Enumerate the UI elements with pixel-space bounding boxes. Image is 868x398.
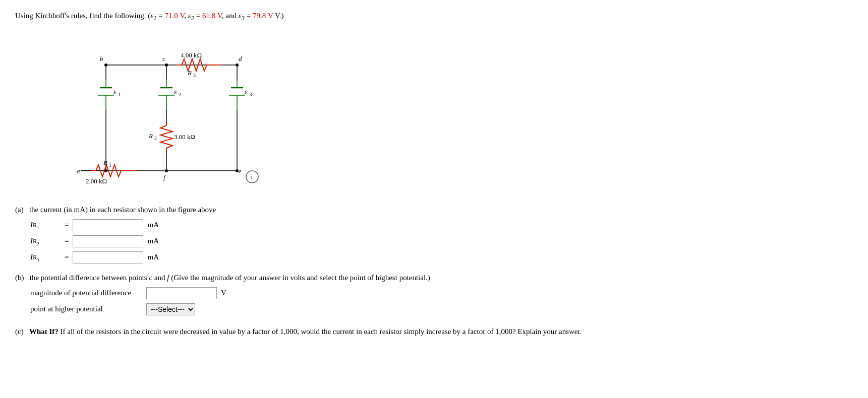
circuit-diagram: ε 1 ε 2 ε 3 R 1 2.00 kΩ R 2 3.00 kΩ	[55, 32, 267, 193]
r3-label: R	[187, 69, 192, 77]
node-f-dot	[165, 169, 168, 172]
info-icon-text: i	[250, 173, 252, 181]
ir1-sub: R1	[33, 222, 39, 230]
r3-val-label: 4.00 kΩ	[181, 51, 202, 59]
ir3-row: IR3 = mA	[30, 251, 853, 263]
r2-label: R	[148, 132, 153, 140]
node-b-dot	[104, 63, 107, 67]
header-e3-val: 79.8 V	[253, 12, 273, 20]
higher-potential-row: point at higher potential ---Select--- c…	[30, 303, 853, 315]
higher-potential-select[interactable]: ---Select--- c f	[146, 303, 195, 315]
ir3-sub: R3	[33, 254, 39, 262]
ir2-input[interactable]	[73, 235, 143, 247]
ir3-unit: mA	[147, 253, 159, 261]
magnitude-row: magnitude of potential difference V	[30, 287, 853, 299]
magnitude-input[interactable]	[146, 287, 217, 299]
label-c: c	[162, 55, 165, 62]
ir3-label: IR3	[30, 253, 61, 262]
header-e1-eq: =	[156, 12, 164, 20]
ir2-row: IR2 = mA	[30, 235, 853, 247]
ir1-row: IR1 = mA	[30, 219, 853, 231]
e1-label-sub: 1	[118, 91, 121, 97]
e3-label-sub: 3	[249, 91, 252, 97]
ir1-label: IR1	[30, 221, 61, 230]
header-e2-val: 61.8 V	[202, 12, 222, 20]
r1-sub: 1	[109, 162, 111, 168]
e1-label-text: ε	[113, 88, 117, 96]
ir1-equals: =	[65, 221, 69, 229]
problem-header: Using Kirchhoff's rules, find the follow…	[15, 10, 853, 23]
parts-section: (a) the current (in mA) in each resistor…	[15, 206, 853, 338]
circuit-area: ε 1 ε 2 ε 3 R 1 2.00 kΩ R 2 3.00 kΩ	[55, 32, 853, 193]
ir3-equals: =	[65, 253, 69, 261]
ir1-input[interactable]	[73, 219, 143, 231]
header-e2-eq: =	[194, 12, 202, 20]
node-d-dot	[236, 63, 239, 67]
ir1-unit: mA	[147, 221, 159, 229]
e3-symbol: ε3	[239, 12, 245, 20]
label-f: f	[163, 174, 166, 181]
r3-sub: 3	[193, 73, 196, 78]
label-a: a	[77, 167, 80, 175]
resistor-r2	[160, 123, 172, 151]
r1-label: R	[103, 159, 107, 166]
mag-label: magnitude of potential difference	[30, 289, 146, 297]
label-e: e	[239, 167, 242, 175]
ir2-sub: R2	[33, 238, 39, 246]
info-icon[interactable]	[246, 171, 258, 183]
part-b-grid: magnitude of potential difference V poin…	[30, 287, 853, 315]
part-b-block: (b) the potential difference between poi…	[15, 274, 853, 315]
e2-symbol: ε2	[188, 12, 194, 20]
label-b: b	[100, 55, 103, 62]
header-sep1: ,	[184, 12, 188, 20]
part-a-title: (a) the current (in mA) in each resistor…	[15, 206, 853, 214]
ir2-equals: =	[65, 237, 69, 245]
header-e3-eq: =	[245, 12, 253, 20]
ir2-label: IR2	[30, 237, 61, 246]
pt-label: point at higher potential	[30, 305, 146, 313]
e1-symbol: ε1	[150, 12, 156, 20]
r1-val-label: 2.00 kΩ	[86, 177, 107, 185]
header-e1-val: 71.0 V	[164, 12, 184, 20]
node-a-dot	[104, 169, 107, 172]
part-c-block: (c) What If? If all of the resistors in …	[15, 325, 853, 338]
header-intro: Using Kirchhoff's rules, find the follow…	[15, 12, 150, 20]
ir3-input[interactable]	[73, 251, 143, 263]
magnitude-unit: V	[221, 289, 226, 297]
r2-val-label: 3.00 kΩ	[174, 133, 195, 141]
e3-label-text: ε	[245, 88, 248, 96]
r2-sub: 2	[154, 136, 157, 141]
what-if-bold: What If?	[29, 327, 59, 336]
ir2-unit: mA	[147, 237, 159, 245]
part-a-label: (a) the current (in mA) in each resistor…	[15, 206, 216, 214]
header-end: V.)	[273, 12, 283, 20]
part-c-text: If all of the resistors in the circuit w…	[61, 327, 582, 336]
e2-label-sub: 2	[179, 91, 182, 97]
node-c-dot	[165, 63, 168, 67]
part-a-block: (a) the current (in mA) in each resistor…	[15, 206, 853, 263]
label-d: d	[239, 55, 242, 62]
e2-label-text: ε	[174, 88, 177, 96]
part-c-label: (c) What If?	[15, 327, 59, 336]
header-sep2: , and	[222, 12, 239, 20]
part-b-title: (b) the potential difference between poi…	[15, 274, 853, 282]
